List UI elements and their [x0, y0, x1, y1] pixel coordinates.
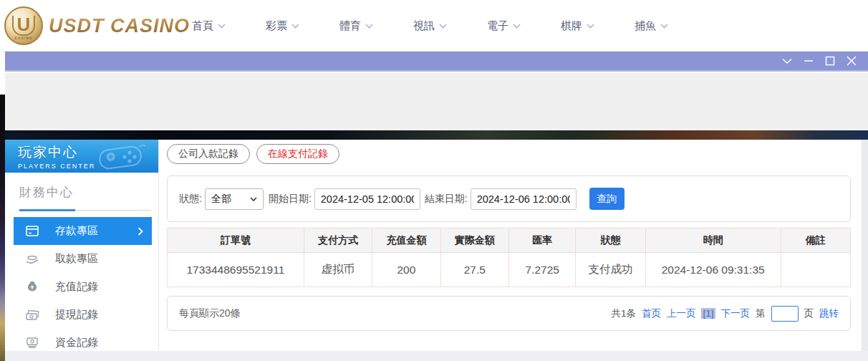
logo[interactable]: U CASINO USDT CASINO: [4, 4, 190, 48]
col-order-number: 訂單號: [168, 228, 304, 253]
nav-item-home[interactable]: 首頁: [172, 19, 246, 33]
record-tabs: 公司入款記錄 在線支付記錄: [167, 144, 339, 164]
chevron-down-icon: [513, 24, 521, 29]
close-icon: [847, 56, 857, 66]
window-close-button[interactable]: [841, 52, 862, 70]
window-collapse-button[interactable]: [776, 52, 798, 70]
chevron-down-icon: [782, 58, 792, 64]
next-page-link[interactable]: 下一页: [721, 307, 751, 320]
sidebar-item-label: 存款專區: [55, 224, 98, 238]
tab-online-payment-records[interactable]: 在線支付記錄: [256, 144, 339, 164]
jump-prefix-label: 第: [756, 307, 766, 320]
sidebar-item-recharge-records[interactable]: 充值記錄: [14, 273, 153, 301]
sidebar-item-label: 充值記錄: [55, 280, 98, 294]
funds-record-icon: [25, 336, 39, 350]
start-date-input[interactable]: [314, 188, 420, 210]
query-button[interactable]: 查詢: [589, 188, 625, 210]
background-strip: [0, 130, 868, 140]
window-empty-area: [5, 73, 868, 130]
maximize-icon: [825, 56, 835, 66]
chevron-down-icon: [291, 24, 299, 29]
nav-item-fishing[interactable]: 捕魚: [614, 19, 688, 33]
nav-item-cards[interactable]: 棋牌: [541, 19, 614, 33]
pagination-bar: 每頁顯示20條 共1条 首页 上一页 [1] 下一页 第 页 跳转: [167, 296, 851, 331]
col-status: 狀態: [576, 228, 645, 253]
players-center-panel: 玩家中心 PLAYERS CENTER 財務中心 存款專區: [5, 140, 158, 351]
withdraw-hand-icon: [25, 252, 39, 266]
cell-time: 2024-12-06 09:31:35: [645, 253, 781, 287]
sidebar-menu: 存款專區 取款專區 充值記錄 提現記錄 資: [5, 217, 158, 357]
payment-records-table: 訂單號 支付方式 充值金額 實際金額 匯率 狀態 時間 備註 173344869…: [167, 228, 851, 287]
window-maximize-button[interactable]: [819, 52, 841, 70]
col-time: 時間: [645, 228, 781, 253]
status-select[interactable]: 全部: [205, 188, 264, 210]
logo-ball-icon: U CASINO: [4, 6, 43, 45]
table-header-row: 訂單號 支付方式 充值金額 實際金額 匯率 狀態 時間 備註: [168, 228, 851, 253]
table-row: 1733448695521911 虚拟币 200 27.5 7.2725 支付成…: [168, 253, 851, 287]
window-titlebar: [5, 52, 868, 72]
section-underline: [19, 209, 151, 211]
chevron-down-icon: [365, 24, 373, 29]
sidebar-item-label: 提現記錄: [55, 308, 98, 322]
col-payment-method: 支付方式: [304, 228, 372, 253]
end-date-input[interactable]: [471, 188, 577, 210]
first-page-link[interactable]: 首页: [642, 307, 661, 320]
total-count-label: 共1条: [611, 307, 636, 320]
chevron-down-icon: [587, 24, 594, 29]
per-page-label: 每頁顯示20條: [179, 307, 241, 320]
status-label: 狀態:: [179, 193, 202, 206]
gamepad-icon: [90, 143, 151, 173]
chevron-down-icon: [660, 24, 668, 29]
logo-mark: U: [12, 16, 36, 36]
pagination-controls: 共1条 首页 上一页 [1] 下一页 第 页 跳转: [611, 306, 839, 322]
nav-item-live[interactable]: 視訊: [393, 19, 467, 33]
jump-link[interactable]: 跳转: [819, 307, 839, 320]
tab-company-deposit-records[interactable]: 公司入款記錄: [167, 144, 250, 164]
nav-item-slots[interactable]: 電子: [467, 19, 541, 33]
cell-payment-method: 虚拟币: [304, 253, 372, 287]
main-nav: 首頁 彩票 體育 視訊 電子 棋牌 捕魚: [172, 0, 688, 52]
nav-item-lottery[interactable]: 彩票: [246, 19, 319, 33]
deposit-card-icon: [25, 224, 39, 239]
current-page-indicator: [1]: [701, 308, 715, 319]
page-number-input[interactable]: [771, 306, 799, 322]
cell-actual-amount: 27.5: [440, 253, 508, 287]
finance-center-section: 財務中心: [5, 173, 158, 211]
chevron-down-icon: [439, 24, 447, 29]
recharge-bag-icon: [25, 280, 39, 294]
minimize-icon: [804, 56, 814, 66]
col-recharge-amount: 充值金額: [372, 228, 440, 253]
background-left-edge: [0, 95, 5, 361]
withdraw-record-icon: [25, 308, 39, 322]
sidebar-item-label: 資金記錄: [55, 336, 98, 350]
col-exchange-rate: 匯率: [508, 228, 575, 253]
col-remark: 備註: [781, 228, 850, 253]
filter-bar: 狀態: 全部 開始日期: 結束日期: 查詢: [167, 175, 851, 222]
prev-page-link[interactable]: 上一页: [667, 307, 696, 320]
cell-recharge-amount: 200: [372, 253, 440, 287]
end-date-label: 結束日期:: [425, 193, 468, 206]
background-right-edge: [862, 140, 868, 361]
chevron-down-icon: [250, 197, 257, 201]
nav-item-sports[interactable]: 體育: [319, 19, 393, 33]
chevron-down-icon: [218, 24, 226, 29]
sidebar-item-label: 取款專區: [55, 252, 98, 266]
col-actual-amount: 實際金額: [440, 228, 508, 253]
players-center-header: 玩家中心 PLAYERS CENTER: [5, 140, 158, 173]
app-header: U CASINO USDT CASINO 首頁 彩票 體育 視訊 電子 棋牌 捕…: [0, 0, 868, 52]
jump-suffix-label: 页: [804, 307, 814, 320]
cell-exchange-rate: 7.2725: [508, 253, 575, 287]
sidebar-item-deposit-zone[interactable]: 存款專區: [14, 217, 152, 245]
start-date-label: 開始日期:: [269, 193, 312, 206]
finance-center-label: 財務中心: [19, 184, 158, 201]
sidebar-item-withdraw-zone[interactable]: 取款專區: [14, 245, 153, 273]
window-minimize-button[interactable]: [798, 52, 819, 70]
logo-text: USDT CASINO: [49, 15, 190, 37]
sidebar-item-funds-records[interactable]: 資金記錄: [14, 329, 153, 357]
main-content-panel: 公司入款記錄 在線支付記錄 狀態: 全部 開始日期: 結束日期: 查詢 訂單號 …: [158, 140, 862, 351]
logo-mark-sub: CASINO: [6, 36, 42, 40]
cell-status: 支付成功: [576, 253, 645, 287]
cell-order-number: 1733448695521911: [168, 253, 304, 287]
sidebar-item-withdrawal-records[interactable]: 提現記錄: [14, 301, 153, 329]
cell-remark: [781, 253, 850, 287]
